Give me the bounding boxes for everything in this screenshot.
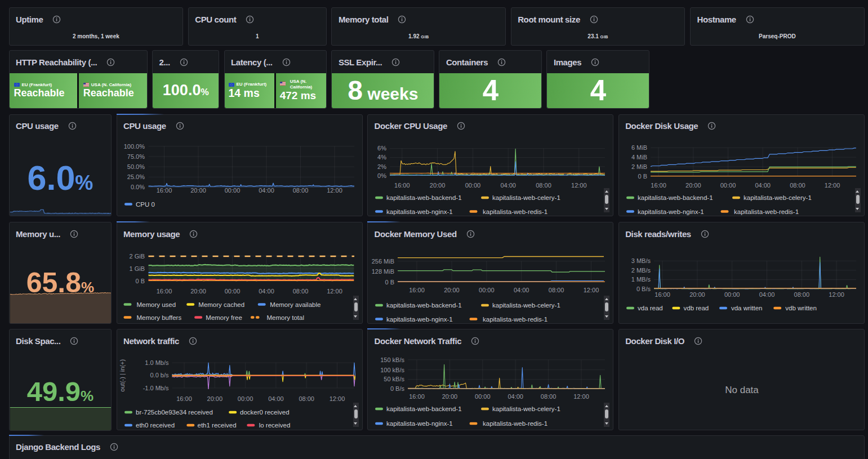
svg-text:kapitalista-web-redis-1: kapitalista-web-redis-1 — [483, 316, 547, 323]
svg-text:12:00: 12:00 — [327, 288, 342, 295]
svg-text:eth0 received: eth0 received — [136, 422, 175, 429]
svg-text:16:00: 16:00 — [156, 186, 172, 193]
svg-text:08:00: 08:00 — [536, 181, 551, 188]
svg-text:Memory buffers: Memory buffers — [136, 314, 181, 321]
svg-text:00:00: 00:00 — [720, 181, 736, 188]
svg-text:50 kB/s: 50 kB/s — [384, 376, 404, 382]
svg-text:Memory total: Memory total — [266, 314, 304, 321]
svg-text:6 MiB: 6 MiB — [631, 144, 647, 151]
svg-text:20:00: 20:00 — [190, 186, 206, 193]
svg-text:vdb written: vdb written — [785, 305, 817, 311]
svg-text:vdb read: vdb read — [683, 305, 709, 311]
svg-text:16:00: 16:00 — [651, 181, 666, 188]
svg-text:Memory free: Memory free — [206, 314, 242, 321]
svg-text:00:00: 00:00 — [479, 287, 495, 293]
svg-text:0 B/s: 0 B/s — [390, 385, 405, 392]
svg-text:0 B/s: 0 B/s — [636, 286, 651, 292]
svg-text:100.0%: 100.0% — [123, 142, 145, 149]
svg-text:kapitalista-web-redis-1: kapitalista-web-redis-1 — [734, 208, 799, 215]
svg-text:kapitalista-web-celery-1: kapitalista-web-celery-1 — [492, 405, 560, 412]
svg-text:vda read: vda read — [638, 305, 663, 311]
svg-text:00:00: 00:00 — [237, 395, 253, 402]
svg-text:eth1 received: eth1 received — [197, 422, 236, 429]
svg-text:12:00: 12:00 — [329, 395, 345, 402]
svg-text:3 MB/s: 3 MB/s — [631, 257, 651, 264]
svg-text:04:00: 04:00 — [259, 288, 274, 295]
svg-text:04:00: 04:00 — [514, 287, 529, 293]
svg-text:kapitalista-web-celery-1: kapitalista-web-celery-1 — [492, 194, 560, 201]
svg-text:2%: 2% — [377, 163, 386, 170]
svg-text:04:00: 04:00 — [755, 181, 771, 188]
svg-text:20:00: 20:00 — [686, 181, 701, 188]
svg-text:25.0%: 25.0% — [127, 173, 144, 180]
svg-text:kapitalista-web-backend-1: kapitalista-web-backend-1 — [638, 194, 713, 201]
svg-text:08:00: 08:00 — [790, 181, 805, 188]
svg-text:1 GiB: 1 GiB — [129, 265, 145, 272]
svg-text:150 kB/s: 150 kB/s — [380, 356, 404, 363]
svg-text:20:00: 20:00 — [442, 393, 458, 400]
svg-text:4%: 4% — [377, 154, 386, 161]
svg-text:2 GiB: 2 GiB — [129, 253, 145, 260]
svg-text:12:00: 12:00 — [573, 393, 589, 400]
svg-text:08:00: 08:00 — [292, 288, 308, 295]
svg-text:16:00: 16:00 — [394, 181, 410, 188]
svg-text:kapitalista-web-nginx-1: kapitalista-web-nginx-1 — [638, 208, 704, 215]
svg-text:0.0%: 0.0% — [130, 184, 144, 190]
svg-text:12:00: 12:00 — [584, 287, 599, 293]
svg-text:04:00: 04:00 — [508, 393, 523, 400]
svg-text:75.0%: 75.0% — [127, 153, 144, 159]
svg-text:04:00: 04:00 — [268, 395, 284, 402]
svg-text:out(-) | in(+): out(-) | in(+) — [119, 359, 126, 392]
svg-text:kapitalista-web-nginx-1: kapitalista-web-nginx-1 — [386, 316, 453, 323]
svg-text:0.0 b/s: 0.0 b/s — [150, 372, 169, 378]
svg-text:12:00: 12:00 — [825, 181, 840, 188]
svg-text:16:00: 16:00 — [655, 291, 670, 298]
svg-text:12:00: 12:00 — [327, 186, 342, 193]
svg-text:0 B: 0 B — [385, 279, 394, 286]
svg-text:20:00: 20:00 — [190, 288, 206, 295]
svg-text:br-725cb0e93e34 received: br-725cb0e93e34 received — [136, 409, 213, 416]
svg-text:100 kB/s: 100 kB/s — [380, 367, 404, 373]
svg-text:08:00: 08:00 — [541, 393, 557, 400]
svg-text:256 MiB: 256 MiB — [372, 258, 394, 265]
svg-text:Memory cached: Memory cached — [198, 301, 244, 308]
svg-text:12:00: 12:00 — [829, 291, 844, 298]
svg-text:CPU 0: CPU 0 — [136, 200, 155, 207]
svg-text:20:00: 20:00 — [689, 291, 705, 298]
svg-text:kapitalista-web-celery-1: kapitalista-web-celery-1 — [744, 194, 812, 201]
svg-text:04:00: 04:00 — [500, 181, 516, 188]
svg-text:kapitalista-web-backend-1: kapitalista-web-backend-1 — [386, 405, 462, 412]
svg-text:kapitalista-web-nginx-1: kapitalista-web-nginx-1 — [386, 208, 453, 215]
svg-text:16:00: 16:00 — [176, 395, 192, 402]
svg-text:Memory available: Memory available — [270, 301, 321, 308]
svg-text:-1.0 Mb/s: -1.0 Mb/s — [143, 385, 168, 391]
svg-text:20:00: 20:00 — [444, 287, 460, 293]
svg-text:docker0 received: docker0 received — [240, 409, 290, 416]
svg-text:6%: 6% — [377, 145, 386, 151]
svg-text:128 MiB: 128 MiB — [372, 268, 394, 275]
svg-text:04:00: 04:00 — [759, 291, 774, 298]
svg-text:kapitalista-web-backend-1: kapitalista-web-backend-1 — [386, 194, 462, 201]
svg-text:kapitalista-web-celery-1: kapitalista-web-celery-1 — [492, 302, 560, 309]
svg-text:08:00: 08:00 — [292, 186, 308, 193]
svg-text:16:00: 16:00 — [409, 287, 425, 293]
svg-text:kapitalista-web-redis-1: kapitalista-web-redis-1 — [483, 208, 547, 215]
svg-text:00:00: 00:00 — [224, 186, 240, 193]
svg-text:50.0%: 50.0% — [127, 163, 144, 170]
svg-text:00:00: 00:00 — [224, 288, 240, 295]
svg-text:16:00: 16:00 — [156, 288, 172, 295]
svg-text:2 MB/s: 2 MB/s — [631, 267, 651, 274]
svg-text:04:00: 04:00 — [259, 186, 274, 193]
svg-text:08:00: 08:00 — [549, 287, 564, 293]
svg-text:kapitalista-web-nginx-1: kapitalista-web-nginx-1 — [386, 420, 453, 427]
svg-text:1.0 Mb/s: 1.0 Mb/s — [145, 359, 169, 366]
svg-text:08:00: 08:00 — [299, 395, 314, 402]
svg-text:1 MB/s: 1 MB/s — [631, 276, 651, 283]
svg-text:20:00: 20:00 — [207, 395, 222, 402]
svg-text:08:00: 08:00 — [794, 291, 809, 298]
svg-text:00:00: 00:00 — [475, 393, 491, 400]
svg-text:00:00: 00:00 — [724, 291, 740, 298]
svg-text:vda written: vda written — [731, 305, 763, 311]
svg-text:Memory used: Memory used — [136, 301, 176, 308]
svg-text:2 MiB: 2 MiB — [631, 163, 647, 170]
